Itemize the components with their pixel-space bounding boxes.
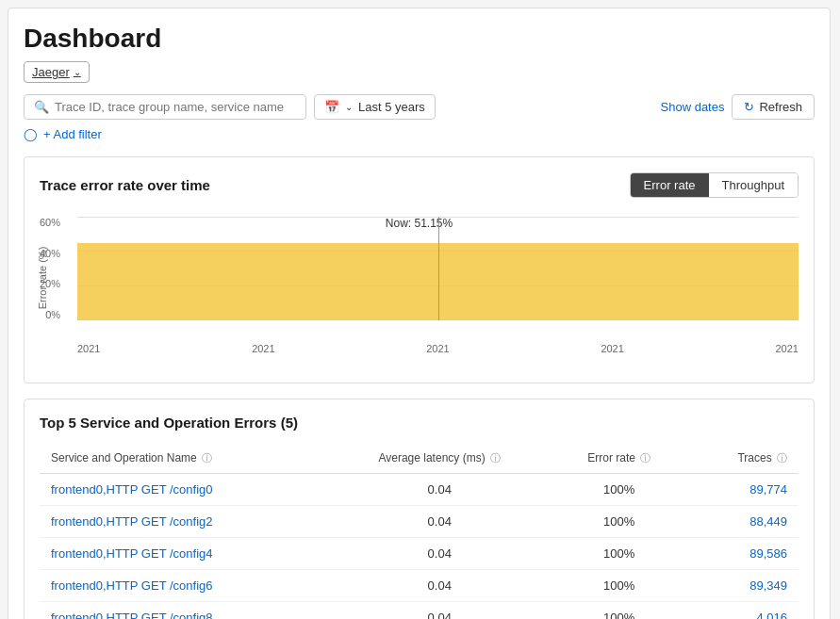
cell-latency: 0.04 bbox=[327, 506, 552, 538]
chart-title: Trace error rate over time bbox=[40, 177, 210, 193]
table-row: frontend0,HTTP GET /config6 0.04 100% 89… bbox=[40, 570, 799, 602]
info-icon-traces: ⓘ bbox=[777, 452, 787, 464]
cell-traces[interactable]: 89,774 bbox=[686, 474, 799, 506]
table-title: Top 5 Service and Operation Errors (5) bbox=[40, 415, 799, 431]
info-icon-service: ⓘ bbox=[202, 452, 212, 464]
x-label-4: 2021 bbox=[601, 343, 623, 354]
chevron-down-icon: ⌄ bbox=[345, 102, 353, 112]
y-label-0: 0% bbox=[45, 309, 60, 320]
tab-throughput[interactable]: Throughput bbox=[709, 173, 799, 197]
tab-error-rate[interactable]: Error rate bbox=[631, 173, 709, 197]
toolbar: 🔍 📅 ⌄ Last 5 years Show dates ↻ Refresh bbox=[24, 94, 815, 120]
cell-latency: 0.04 bbox=[327, 602, 552, 620]
x-label-5: 2021 bbox=[776, 343, 799, 354]
table-row: frontend0,HTTP GET /config2 0.04 100% 88… bbox=[40, 506, 799, 538]
search-icon: 🔍 bbox=[34, 100, 49, 114]
cell-error-rate: 100% bbox=[552, 474, 686, 506]
cell-service-name[interactable]: frontend0,HTTP GET /config6 bbox=[40, 570, 327, 602]
chart-tab-group: Error rate Throughput bbox=[630, 172, 799, 198]
x-axis: 2021 2021 2021 2021 2021 bbox=[40, 343, 799, 354]
cell-traces[interactable]: 88,449 bbox=[686, 506, 799, 538]
x-label-1: 2021 bbox=[77, 343, 100, 354]
table-header-row: Service and Operation Name ⓘ Average lat… bbox=[40, 444, 799, 474]
cell-error-rate: 100% bbox=[552, 538, 686, 570]
y-label-40: 40% bbox=[40, 248, 60, 259]
chart-section: Trace error rate over time Error rate Th… bbox=[24, 156, 815, 383]
table-row: frontend0,HTTP GET /config4 0.04 100% 89… bbox=[40, 538, 799, 570]
cell-latency: 0.04 bbox=[327, 474, 552, 506]
cell-service-name[interactable]: frontend0,HTTP GET /config8 bbox=[40, 602, 327, 620]
info-icon-latency: ⓘ bbox=[490, 452, 501, 464]
page-title: Dashboard bbox=[24, 24, 815, 54]
x-label-2: 2021 bbox=[252, 343, 274, 354]
cursor-line bbox=[438, 217, 439, 320]
cell-latency: 0.04 bbox=[327, 538, 552, 570]
cell-service-name[interactable]: frontend0,HTTP GET /config0 bbox=[40, 474, 327, 506]
search-input[interactable] bbox=[55, 100, 296, 114]
chart-header: Trace error rate over time Error rate Th… bbox=[40, 172, 799, 198]
search-wrapper: 🔍 bbox=[24, 94, 306, 120]
cell-traces[interactable]: 89,586 bbox=[686, 538, 799, 570]
add-filter-label: + Add filter bbox=[43, 127, 102, 141]
col-latency: Average latency (ms) ⓘ bbox=[327, 444, 552, 474]
table-row: frontend0,HTTP GET /config0 0.04 100% 89… bbox=[40, 474, 799, 506]
table-section: Top 5 Service and Operation Errors (5) S… bbox=[24, 399, 815, 619]
table-row: frontend0,HTTP GET /config8 0.04 100% 4,… bbox=[40, 602, 799, 620]
show-dates-button[interactable]: Show dates bbox=[661, 100, 725, 114]
x-label-3: 2021 bbox=[426, 343, 449, 354]
info-icon-error: ⓘ bbox=[640, 452, 651, 464]
cell-traces[interactable]: 4,016 bbox=[686, 602, 799, 620]
cell-latency: 0.04 bbox=[327, 570, 552, 602]
y-label-20: 20% bbox=[40, 278, 60, 289]
chart-area: Now: 51.15% Error rate (%) 60% 40% 20% 0… bbox=[40, 217, 799, 367]
cell-error-rate: 100% bbox=[552, 570, 686, 602]
service-name: Jaeger bbox=[32, 65, 70, 79]
date-range-label: Last 5 years bbox=[358, 100, 425, 114]
cell-service-name[interactable]: frontend0,HTTP GET /config4 bbox=[40, 538, 327, 570]
refresh-icon: ↻ bbox=[744, 100, 754, 114]
chevron-down-icon: ⌄ bbox=[74, 67, 81, 77]
refresh-label: Refresh bbox=[759, 100, 802, 114]
y-axis: 60% 40% 20% 0% bbox=[40, 217, 66, 320]
service-selector[interactable]: Jaeger ⌄ bbox=[24, 61, 90, 83]
add-filter-row[interactable]: ◯ + Add filter bbox=[24, 127, 815, 141]
col-error-rate: Error rate ⓘ bbox=[552, 444, 686, 474]
filter-icon: ◯ bbox=[24, 127, 38, 141]
date-range-selector[interactable]: 📅 ⌄ Last 5 years bbox=[314, 94, 436, 120]
col-service-name: Service and Operation Name ⓘ bbox=[40, 444, 327, 474]
y-label-60: 60% bbox=[40, 217, 60, 228]
col-traces: Traces ⓘ bbox=[686, 444, 799, 474]
cell-error-rate: 100% bbox=[552, 506, 686, 538]
cell-traces[interactable]: 89,349 bbox=[686, 570, 799, 602]
chart-plot bbox=[77, 217, 799, 320]
calendar-icon: 📅 bbox=[324, 100, 339, 114]
chart-inner: Error rate (%) 60% 40% 20% 0% bbox=[40, 217, 799, 339]
refresh-button[interactable]: ↻ Refresh bbox=[732, 94, 815, 120]
errors-table: Service and Operation Name ⓘ Average lat… bbox=[40, 444, 799, 619]
cell-error-rate: 100% bbox=[552, 602, 686, 620]
cell-service-name[interactable]: frontend0,HTTP GET /config2 bbox=[40, 506, 327, 538]
